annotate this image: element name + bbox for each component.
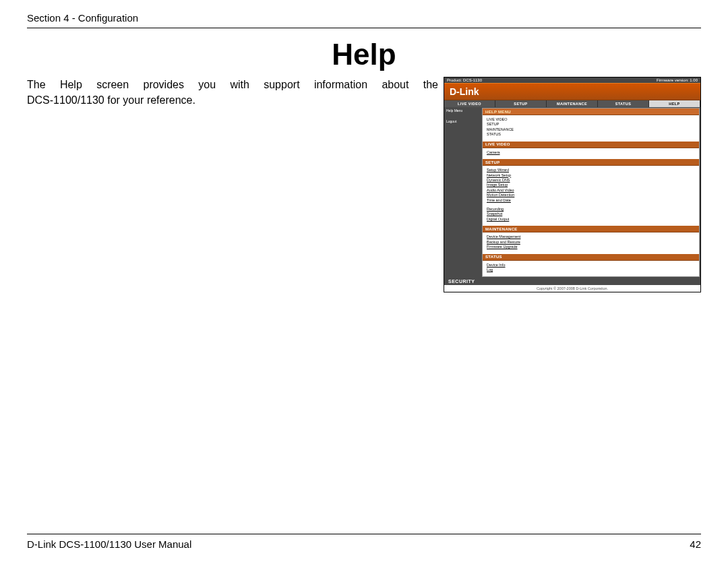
- ss-firmware: Firmware version: 1.00: [657, 78, 698, 82]
- help-link[interactable]: Audio And Video: [487, 188, 695, 193]
- group-header-help-menu: HELP MENU: [483, 108, 699, 115]
- embedded-screenshot: Product: DCS-1130 Firmware version: 1.00…: [444, 77, 701, 292]
- footer-manual-name: D-Link DCS-1100/1130 User Manual: [27, 538, 191, 550]
- group-header-live-video: LIVE VIDEO: [483, 142, 699, 148]
- help-menu-item: SETUP: [487, 122, 695, 127]
- page-title: Help: [27, 38, 701, 71]
- help-menu-item: MAINTENANCE: [487, 127, 695, 132]
- help-link[interactable]: Firmware Upgrade: [487, 245, 695, 249]
- help-link-camera[interactable]: Camera: [487, 150, 695, 155]
- tab-maintenance[interactable]: MAINTENANCE: [547, 100, 598, 107]
- ss-product: Product: DCS-1130: [447, 78, 482, 82]
- help-link[interactable]: Setup Wizard: [487, 168, 695, 173]
- sidebar-item-logout[interactable]: Logout: [446, 119, 480, 123]
- help-link[interactable]: Time and Date: [487, 198, 695, 203]
- page-footer: D-Link DCS-1100/1130 User Manual 42: [27, 534, 701, 550]
- help-menu-item: STATUS: [487, 132, 695, 137]
- group-header-status: STATUS: [483, 254, 699, 261]
- footer-page-number: 42: [690, 538, 701, 550]
- help-link[interactable]: Log: [487, 268, 695, 272]
- help-link[interactable]: Device Info: [487, 263, 695, 268]
- help-link[interactable]: Image Setup: [487, 183, 695, 187]
- help-link[interactable]: Backup and Restore: [487, 240, 695, 245]
- ss-brand-logo: D-Link: [444, 83, 700, 100]
- tab-help[interactable]: HELP: [649, 100, 700, 107]
- help-link[interactable]: Motion Detection: [487, 193, 695, 197]
- help-link[interactable]: Recording: [487, 207, 695, 212]
- help-link[interactable]: Device Management: [487, 235, 695, 239]
- help-menu-item: LIVE VIDEO: [487, 117, 695, 122]
- ss-sidebar: Help Menu Logout: [444, 107, 482, 278]
- group-header-setup: SETUP: [483, 159, 699, 166]
- group-header-maintenance: MAINTENANCE: [483, 226, 699, 232]
- help-link[interactable]: Network Setup: [487, 173, 695, 178]
- ss-product-label: Product:: [447, 78, 462, 82]
- ss-topbar: Product: DCS-1130 Firmware version: 1.00: [444, 77, 700, 83]
- tab-setup[interactable]: SETUP: [495, 100, 547, 107]
- help-link[interactable]: Digital Output: [487, 217, 695, 222]
- ss-product-value: DCS-1130: [463, 78, 482, 82]
- ss-bottom-bar: SECURITY: [444, 278, 700, 285]
- ss-copyright: Copyright © 2007-2008 D-Link Corporation…: [444, 285, 700, 292]
- tab-status[interactable]: STATUS: [598, 100, 649, 107]
- ss-main: HELP MENU LIVE VIDEO SETUP MAINTENANCE S…: [482, 108, 700, 277]
- tab-live-video[interactable]: LIVE VIDEO: [444, 100, 495, 107]
- ss-tabs: LIVE VIDEO SETUP MAINTENANCE STATUS HELP: [444, 100, 700, 107]
- help-link[interactable]: Dynamic DNS: [487, 178, 695, 183]
- sidebar-item-help-menu[interactable]: Help Menu: [446, 108, 480, 113]
- help-link[interactable]: Snapshot: [487, 212, 695, 216]
- body-line-2: DCS-1100/1130 for your reference.: [27, 92, 438, 108]
- body-paragraph: The Help screen provides you with suppor…: [27, 77, 438, 108]
- section-header: Section 4 - Configuration: [27, 12, 701, 28]
- body-line-1: The Help screen provides you with suppor…: [27, 77, 438, 92]
